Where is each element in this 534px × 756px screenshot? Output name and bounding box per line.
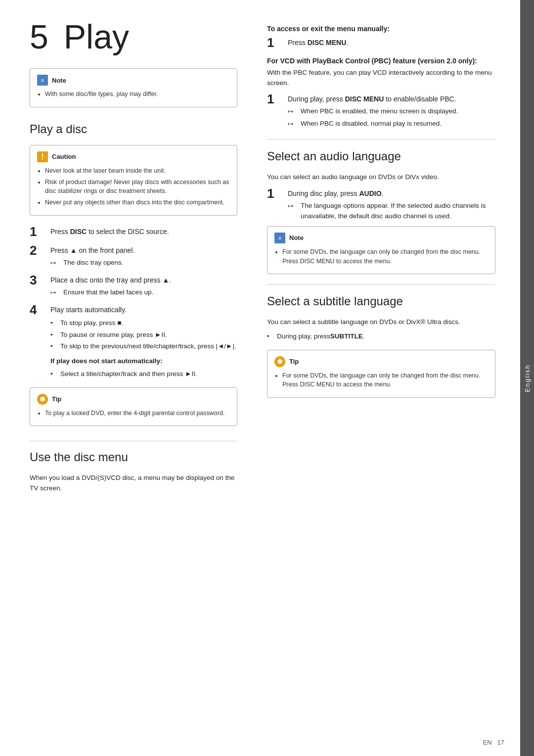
tip-box-2-content: For some DVDs, the language can only be … [274,371,488,390]
caution-box-header: ! Caution [37,151,230,162]
step-3-sub: ↦ Ensure that the label faces up. [50,287,237,298]
chapter-title: Play [64,18,129,55]
note-box-2-content: For some DVDs, the language can only be … [274,247,488,266]
subtitle-body: You can select a subtitle language on DV… [267,317,495,328]
note-box-1-content: With some disc/file types, play may diff… [37,90,230,99]
disc-menu-step-1-text: Press DISC MENU. [288,39,348,47]
divider-2 [267,284,495,284]
disc-menu-step-1: 1 Press DISC MENU. [267,36,495,50]
section-subtitle-title: Select a subtitle language [267,294,495,308]
disc-menu-step-1-bold: DISC MENU [308,39,347,47]
tip-box-1-header: ✱ Tip [37,394,230,405]
step-2-sub: ↦ The disc tray opens. [50,258,237,268]
left-column: 5 Play ≡ Note With some disc/file types,… [30,20,257,736]
note-icon-2: ≡ [274,233,285,243]
step-4-if-bullets: Select a title/chapter/track and then pr… [50,369,237,379]
step-1: 1 Press DISC to select the DISC source. [30,225,237,239]
sidebar-label: English [524,364,531,392]
vcd-header: For VCD with PlayBack Control (PBC) feat… [267,57,495,65]
tip-box-2: ✱ Tip For some DVDs, the language can on… [267,350,495,398]
chapter-heading: 5 Play [30,20,237,53]
tip-icon-2: ✱ [274,356,285,367]
step-1-text: Press DISC to select the DISC source. [50,228,169,236]
audio-step-1-sub: ↦ The language options appear. If the se… [288,201,495,221]
subtitle-bullet-1: During play, press SUBTITLE. [267,331,495,341]
tip-box-1-content: To play a locked DVD, enter the 4-digit … [37,409,230,418]
tip-box-2-header: ✱ Tip [274,356,488,367]
audio-step-1: 1 During disc play, press AUDIO. ↦ The l… [267,187,495,221]
vcd-step-1-text: During play, press DISC MENU to enable/d… [288,95,456,103]
section-audio-title: Select an audio language [267,149,495,163]
step-3-text: Place a disc onto the tray and press ▲. [50,276,171,284]
audio-step-1-text: During disc play, press AUDIO. [288,189,383,197]
footer-page: 17 [497,739,504,746]
audio-step-1-bold: AUDIO [359,189,381,197]
page: 5 Play ≡ Note With some disc/file types,… [0,0,534,756]
step-3: 3 Place a disc onto the tray and press ▲… [30,273,237,298]
disc-menu-body: When you load a DVD/(S)VCD disc, a menu … [30,473,237,494]
step-4-bullets: To stop play, press ■. To pause or resum… [50,318,237,351]
disc-menu-access-header: To access or exit the menu manually: [267,25,495,33]
arrow-icon-vcd1: ↦ [288,106,299,117]
audio-body: You can select an audio language on DVDs… [267,172,495,183]
vcd-body: With the PBC feature, you can play VCD i… [267,68,495,89]
tip-icon-1: ✱ [37,394,48,405]
note-box-2: ≡ Note For some DVDs, the language can o… [267,226,495,275]
section-disc-menu-title: Use the disc menu [30,441,237,464]
step-4-bullet-2: To pause or resume play, press ►II. [50,330,237,340]
if-note: If play does not start automatically: [50,356,237,366]
subtitle-bullets: During play, press SUBTITLE. [267,331,495,341]
sidebar-language-tab: English [520,0,534,756]
vcd-step-1: 1 During play, press DISC MENU to enable… [267,92,495,129]
right-column: To access or exit the menu manually: 1 P… [257,20,495,736]
arrow-icon-vcd2: ↦ [288,119,299,129]
vcd-step-1-sub1: ↦ When PBC is enabled, the menu screen i… [288,106,495,117]
arrow-icon-3: ↦ [50,287,61,298]
caution-box: ! Caution Never look at the laser beam i… [30,145,237,216]
step-4-bullet-1: To stop play, press ■. [50,318,237,328]
arrow-icon-2: ↦ [50,258,61,268]
note-box-2-header: ≡ Note [274,233,488,243]
step-4: 4 Play starts automatically. To stop pla… [30,303,237,382]
step-4-if-bullet-1: Select a title/chapter/track and then pr… [50,369,237,379]
section-play-disc-title: Play a disc [30,122,237,136]
step-4-bullet-3: To skip to the previous/next title/chapt… [50,341,237,351]
note-icon-1: ≡ [37,75,48,86]
arrow-icon-audio: ↦ [288,201,299,211]
step-2-text: Press ▲ on the front panel. [50,246,134,254]
step-2: 2 Press ▲ on the front panel. ↦ The disc… [30,243,237,268]
step-4-text: Play starts automatically. [50,306,127,314]
note-box-1: ≡ Note With some disc/file types, play m… [30,68,237,107]
footer-lang: EN [483,739,492,746]
vcd-step-1-sub2: ↦ When PBC is disabled, normal play is r… [288,119,495,129]
vcd-step-1-bold: DISC MENU [345,95,384,103]
caution-icon: ! [37,151,48,162]
chapter-number: 5 [30,18,48,55]
right-col-inner: To access or exit the menu manually: 1 P… [267,20,495,398]
note-box-1-header: ≡ Note [37,75,230,86]
caution-box-content: Never look at the laser beam inside the … [37,166,230,207]
divider-1 [267,139,495,140]
step-1-bold: DISC [70,228,87,236]
footer: EN 17 [483,739,504,746]
subtitle-bold: SUBTITLE [330,331,363,341]
tip-box-1: ✱ Tip To play a locked DVD, enter the 4-… [30,387,237,426]
